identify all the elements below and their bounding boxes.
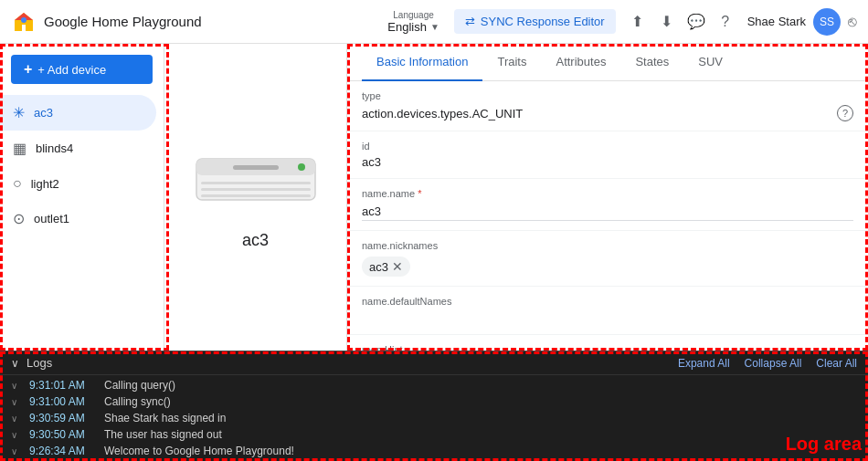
- collapse-all-button[interactable]: Collapse All: [745, 357, 802, 370]
- avatar: SS: [813, 8, 841, 36]
- sync-response-editor-button[interactable]: ⇄ SYNC Response Editor: [454, 9, 616, 34]
- nickname-value: ac3: [369, 260, 388, 274]
- svg-point-7: [298, 163, 305, 171]
- sidebar-item-ac3[interactable]: ✳ ac3: [0, 95, 156, 131]
- expand-all-button[interactable]: Expand All: [678, 357, 730, 370]
- sidebar-item-label: outlet1: [34, 212, 69, 225]
- log-toggle-icon[interactable]: ∨: [11, 414, 22, 424]
- log-time: 9:31:01 AM: [29, 379, 93, 392]
- logout-icon: ⎋: [848, 14, 857, 30]
- svg-rect-4: [201, 182, 311, 184]
- field-nicknames: name.nicknames ac3 ✕: [347, 231, 868, 287]
- log-message: The user has signed out: [104, 428, 222, 441]
- outlet-icon: ⊙: [13, 210, 25, 227]
- blinds-icon: ▦: [13, 140, 26, 157]
- main-area: + + Add device ✳ ac3 ▦ blinds4 ○ light2 …: [0, 44, 868, 351]
- language-selector[interactable]: Language English ▼: [387, 10, 439, 34]
- sidebar-item-label: ac3: [34, 106, 53, 120]
- log-toggle-icon[interactable]: ∨: [11, 397, 22, 407]
- log-entry: ∨ 9:31:01 AM Calling query(): [0, 377, 868, 393]
- plus-icon: +: [24, 61, 32, 78]
- field-id-value: ac3: [362, 155, 381, 169]
- language-value: English: [387, 20, 427, 34]
- field-name: name.name *: [347, 179, 868, 231]
- svg-point-0: [21, 17, 26, 23]
- username: Shae Stark: [747, 15, 806, 28]
- sidebar-item-label: light2: [31, 177, 59, 191]
- log-time: 9:31:00 AM: [29, 395, 93, 408]
- help-icon[interactable]: ?: [837, 105, 853, 121]
- info-panel: Basic Information Traits Attributes Stat…: [347, 44, 868, 351]
- log-area: ∨ Logs Expand All Collapse All Clear All…: [0, 351, 868, 461]
- field-id-label: id: [362, 141, 853, 152]
- app-title: Google Home Playground: [44, 14, 202, 29]
- sidebar-item-outlet1[interactable]: ⊙ outlet1: [0, 201, 156, 236]
- info-content: type action.devices.types.AC_UNIT ? id a…: [347, 81, 868, 351]
- light-icon: ○: [13, 175, 22, 192]
- sidebar-item-blinds4[interactable]: ▦ blinds4: [0, 131, 156, 166]
- field-room-hint: roomHint Playground: [347, 335, 868, 351]
- log-message: Welcome to Google Home Playground!: [104, 445, 294, 457]
- sidebar-item-label: blinds4: [36, 141, 73, 155]
- export-button[interactable]: ⬆: [623, 7, 652, 37]
- log-actions: Expand All Collapse All Clear All: [678, 357, 857, 370]
- clear-all-button[interactable]: Clear All: [816, 357, 857, 370]
- log-entry: ∨ 9:30:50 AM The user has signed out: [0, 426, 868, 443]
- log-message: Calling query(): [104, 379, 175, 392]
- topbar: Google Home Playground Language English …: [0, 0, 868, 44]
- nickname-chip: ac3 ✕: [362, 257, 410, 277]
- tab-suv[interactable]: SUV: [683, 44, 737, 81]
- add-device-button[interactable]: + + Add device: [11, 55, 153, 84]
- tab-basic-information[interactable]: Basic Information: [362, 44, 482, 81]
- download-button[interactable]: ⬇: [652, 7, 682, 37]
- field-name-input[interactable]: [362, 203, 853, 221]
- ac-unit-image: [192, 145, 320, 209]
- log-time: 9:30:50 AM: [29, 428, 93, 441]
- snowflake-icon: ✳: [13, 104, 25, 121]
- log-time: 9:26:34 AM: [29, 445, 93, 457]
- field-type-label: type: [362, 90, 853, 101]
- field-type-value: action.devices.types.AC_UNIT: [362, 107, 523, 120]
- log-message: Shae Stark has signed in: [104, 412, 226, 424]
- log-message: Calling sync(): [104, 395, 171, 408]
- comment-button[interactable]: 💬: [682, 7, 711, 37]
- sidebar: + + Add device ✳ ac3 ▦ blinds4 ○ light2 …: [0, 44, 164, 351]
- log-chevron-icon[interactable]: ∨: [11, 357, 19, 370]
- tab-traits[interactable]: Traits: [482, 44, 541, 81]
- svg-rect-6: [201, 194, 311, 197]
- chip-remove-icon[interactable]: ✕: [392, 259, 403, 274]
- field-room-hint-label: roomHint: [362, 344, 853, 351]
- logo: Google Home Playground: [11, 9, 202, 35]
- device-image-panel: ac3: [164, 44, 347, 351]
- chevron-down-icon: ▼: [430, 22, 439, 32]
- google-home-icon: [11, 9, 37, 35]
- field-id: id ac3: [347, 131, 868, 179]
- log-toggle-icon[interactable]: ∨: [11, 446, 22, 456]
- field-default-names-value: [362, 310, 853, 325]
- log-entry: ∨ 9:26:34 AM Welcome to Google Home Play…: [0, 443, 868, 459]
- log-header: ∨ Logs Expand All Collapse All Clear All: [0, 351, 868, 375]
- device-name-display: ac3: [242, 231, 269, 250]
- field-default-names: name.defaultNames: [347, 287, 868, 335]
- log-entry: ∨ 9:31:00 AM Calling sync(): [0, 393, 868, 410]
- log-time: 9:30:59 AM: [29, 412, 93, 424]
- log-toggle-icon[interactable]: ∨: [11, 430, 22, 440]
- field-name-label: name.name *: [362, 188, 853, 199]
- help-button[interactable]: ?: [711, 7, 740, 37]
- tab-states[interactable]: States: [620, 44, 683, 81]
- log-entries: ∨ 9:31:01 AM Calling query() ∨ 9:31:00 A…: [0, 375, 868, 461]
- log-entry: ∨ 9:30:59 AM Shae Stark has signed in: [0, 410, 868, 426]
- svg-rect-3: [233, 165, 279, 170]
- user-profile[interactable]: Shae Stark SS ⎋: [747, 8, 857, 36]
- sync-icon: ⇄: [465, 15, 475, 28]
- tab-attributes[interactable]: Attributes: [541, 44, 620, 81]
- svg-rect-5: [201, 188, 311, 191]
- tabs-bar: Basic Information Traits Attributes Stat…: [347, 44, 868, 81]
- field-nicknames-label: name.nicknames: [362, 240, 853, 251]
- log-title: Logs: [26, 356, 52, 370]
- log-toggle-icon[interactable]: ∨: [11, 381, 22, 391]
- field-default-names-label: name.defaultNames: [362, 296, 853, 307]
- language-label: Language: [393, 10, 434, 20]
- field-type: type action.devices.types.AC_UNIT ?: [347, 81, 868, 131]
- sidebar-item-light2[interactable]: ○ light2: [0, 166, 156, 201]
